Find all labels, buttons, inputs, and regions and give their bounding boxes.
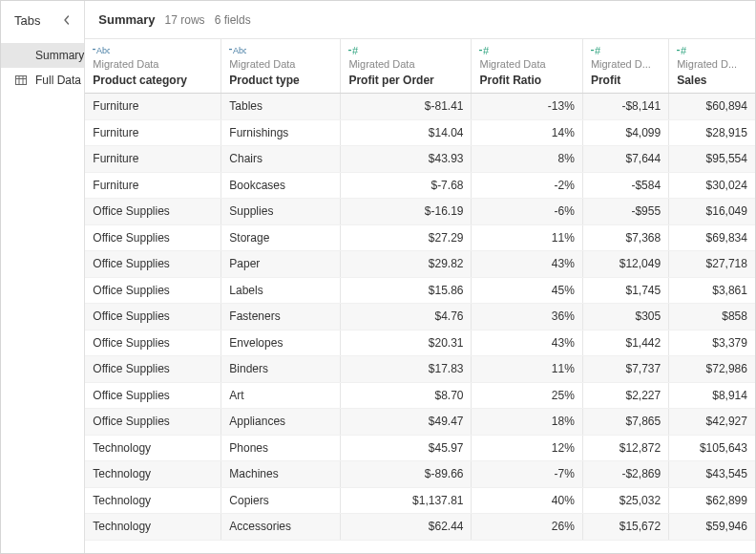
table-cell: Copiers: [221, 487, 341, 514]
table-cell: 11%: [472, 356, 582, 383]
table-cell: -$8,141: [582, 94, 668, 120]
table-cell: Chairs: [221, 146, 341, 173]
column-header[interactable]: #Migrated DataProfit Ratio: [472, 39, 582, 94]
table-cell: $28,915: [669, 119, 755, 146]
svg-rect-14: [677, 50, 680, 51]
table-cell: -7%: [472, 461, 582, 488]
table-cell: $12,049: [582, 251, 668, 278]
table-row[interactable]: FurnitureTables$-81.41-13%-$8,141$60,894: [85, 94, 755, 120]
table-row[interactable]: FurnitureBookcases$-7.68-2%-$584$30,024: [85, 172, 755, 199]
svg-text:#: #: [483, 45, 490, 56]
table-cell: Appliances: [221, 409, 341, 436]
table-row[interactable]: TechnologyPhones$45.9712%$12,872$105,643: [85, 435, 755, 461]
table-cell: Furniture: [85, 119, 221, 146]
table-row[interactable]: Office SuppliesEnvelopes$20.3143%$1,442$…: [85, 330, 755, 356]
table-cell: $69,834: [669, 224, 755, 251]
table-cell: 18%: [472, 409, 582, 436]
table-cell: Technology: [85, 435, 221, 461]
table-row[interactable]: Office SuppliesSupplies$-16.19-6%-$955$1…: [85, 199, 755, 225]
sidebar-item-full-data[interactable]: Full Data: [1, 68, 84, 93]
table-cell: 43%: [472, 330, 582, 356]
table-cell: Bookcases: [221, 172, 341, 199]
table-cell: $60,894: [669, 94, 755, 120]
svg-rect-6: [229, 49, 232, 50]
table-header-row: AbcMigrated DataProduct categoryAbcMigra…: [85, 39, 755, 94]
table-cell: Binders: [221, 356, 341, 383]
table-cell: $105,643: [669, 435, 755, 461]
table-cell: $-89.66: [341, 461, 472, 488]
svg-text:Abc: Abc: [233, 46, 246, 54]
table-cell: 40%: [472, 487, 582, 514]
table-row[interactable]: TechnologyMachines$-89.66-7%-$2,869$43,5…: [85, 461, 755, 488]
sidebar-header: Tabs: [1, 1, 84, 39]
svg-text:Abc: Abc: [96, 46, 110, 54]
table-cell: $4,099: [582, 119, 668, 146]
table-cell: $59,946: [669, 514, 755, 541]
column-header[interactable]: #Migrated D...Sales: [669, 39, 755, 94]
table-cell: Accessories: [221, 514, 341, 541]
svg-rect-0: [16, 76, 27, 85]
column-header[interactable]: AbcMigrated DataProduct category: [85, 39, 221, 94]
table-cell: Office Supplies: [85, 304, 221, 330]
chevron-left-icon[interactable]: [59, 12, 74, 28]
sidebar-item-label: Full Data: [35, 74, 81, 87]
column-name: Profit: [591, 74, 661, 87]
table-row[interactable]: FurnitureChairs$43.938%$7,644$95,554: [85, 146, 755, 173]
table-row[interactable]: Office SuppliesBinders$17.8311%$7,737$72…: [85, 356, 755, 383]
blank-icon: [14, 49, 28, 62]
table-cell: $25,032: [582, 487, 668, 514]
sidebar-item-summary[interactable]: Summary: [1, 43, 84, 68]
table-cell: Machines: [221, 461, 341, 488]
table-scroll[interactable]: AbcMigrated DataProduct categoryAbcMigra…: [85, 39, 755, 541]
table-cell: $-16.19: [341, 199, 472, 225]
column-header[interactable]: AbcMigrated DataProduct type: [221, 39, 341, 94]
table-row[interactable]: Office SuppliesAppliances$49.4718%$7,865…: [85, 409, 755, 436]
table-cell: $12,872: [582, 435, 668, 461]
table-row[interactable]: Office SuppliesFasteners$4.7636%$305$858: [85, 304, 755, 330]
table-cell: -6%: [472, 199, 582, 225]
table-cell: Office Supplies: [85, 277, 221, 304]
sidebar-title: Tabs: [14, 13, 40, 28]
table-cell: $1,442: [582, 330, 668, 356]
table-cell: Office Supplies: [85, 330, 221, 356]
table-row[interactable]: Office SuppliesLabels$15.8645%$1,745$3,8…: [85, 277, 755, 304]
table-cell: $2,227: [582, 382, 668, 409]
column-header[interactable]: #Migrated DataProfit per Order: [341, 39, 472, 94]
table-cell: Furniture: [85, 146, 221, 173]
table-cell: $43,545: [669, 461, 755, 488]
table-cell: 25%: [472, 382, 582, 409]
svg-rect-10: [479, 50, 482, 51]
table-cell: $17.83: [341, 356, 472, 383]
table-row[interactable]: TechnologyAccessories$62.4426%$15,672$59…: [85, 514, 755, 541]
column-name: Profit Ratio: [479, 74, 574, 87]
table-cell: 8%: [472, 146, 582, 173]
table-row[interactable]: Office SuppliesPaper$29.8243%$12,049$27,…: [85, 251, 755, 278]
column-name: Product category: [93, 74, 213, 87]
table-cell: -2%: [472, 172, 582, 199]
column-source: Migrated Data: [229, 58, 332, 70]
table-cell: $45.97: [341, 435, 472, 461]
table-cell: 45%: [472, 277, 582, 304]
table-cell: $7,865: [582, 409, 668, 436]
column-name: Sales: [677, 74, 747, 87]
table-cell: Furnishings: [221, 119, 341, 146]
table-cell: -13%: [472, 94, 582, 120]
sidebar-item-label: Summary: [35, 49, 84, 62]
table-cell: $8,914: [669, 382, 755, 409]
table-cell: $3,861: [669, 277, 755, 304]
table-cell: $72,986: [669, 356, 755, 383]
column-header[interactable]: #Migrated D...Profit: [582, 39, 668, 94]
svg-rect-12: [591, 50, 594, 51]
page-title: Summary: [98, 12, 155, 27]
table-cell: $16,049: [669, 199, 755, 225]
table-cell: $3,379: [669, 330, 755, 356]
table-cell: Supplies: [221, 199, 341, 225]
table-row[interactable]: Office SuppliesStorage$27.2911%$7,368$69…: [85, 224, 755, 251]
table-row[interactable]: TechnologyCopiers$1,137.8140%$25,032$62,…: [85, 487, 755, 514]
table-cell: Paper: [221, 251, 341, 278]
table-cell: $-7.68: [341, 172, 472, 199]
table-row[interactable]: Office SuppliesArt$8.7025%$2,227$8,914: [85, 382, 755, 409]
table-row[interactable]: FurnitureFurnishings$14.0414%$4,099$28,9…: [85, 119, 755, 146]
number-type-icon: #: [677, 45, 747, 56]
table-cell: 43%: [472, 251, 582, 278]
